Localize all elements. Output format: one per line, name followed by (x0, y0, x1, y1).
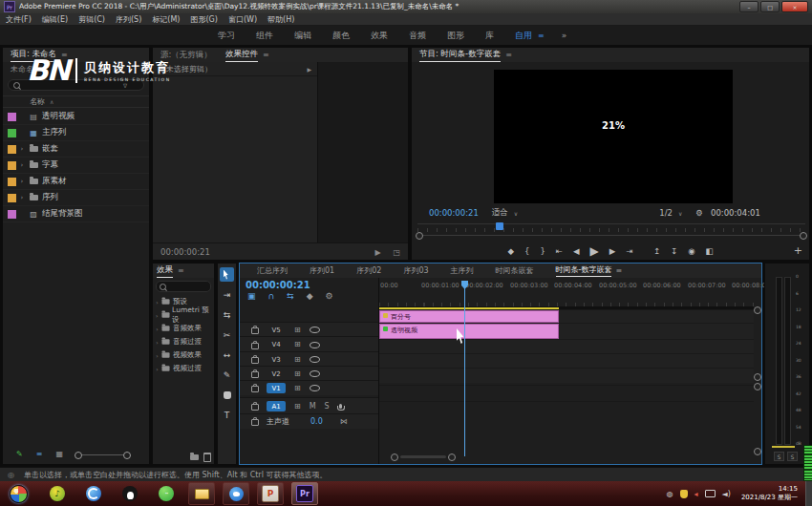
lift-icon[interactable]: ↥ (653, 247, 660, 256)
effects-folder-audio-transitions[interactable]: › 音频过渡 (153, 335, 214, 348)
new-custom-bin-icon[interactable] (190, 454, 199, 460)
effect-controls-panel-menu-icon[interactable]: ≡ (263, 51, 269, 59)
label-color-chip[interactable] (8, 194, 16, 202)
scroll-handle[interactable] (754, 306, 761, 314)
powerpoint-taskbar-button[interactable]: P (257, 482, 284, 505)
lock-icon[interactable] (251, 386, 259, 392)
add-marker-icon[interactable]: ◆ (507, 247, 514, 256)
extract-icon[interactable]: ↧ (671, 247, 677, 256)
workspace-tab-editing[interactable]: 编辑 (294, 30, 311, 42)
play-clip-audio-icon[interactable]: ▶ (374, 249, 380, 257)
source-monitor-tab[interactable]: 源:（无剪辑） (160, 50, 212, 61)
project-panel-menu-icon[interactable]: ≡ (61, 51, 68, 59)
track-badge-v5[interactable]: V5 (267, 325, 286, 335)
project-search-input[interactable] (24, 81, 123, 90)
expand-chevron-icon[interactable]: › (153, 312, 161, 319)
workspace-tab-audio[interactable]: 音频 (409, 30, 426, 42)
project-item-source-bin[interactable]: › 原素材 (3, 174, 149, 190)
track-output-eye-icon[interactable] (310, 356, 320, 363)
thumbnail-zoom-slider[interactable] (76, 454, 129, 455)
timeline-tab-summary[interactable]: 汇总序列 (257, 265, 288, 276)
tray-volume-icon[interactable]: ◄) (722, 490, 731, 498)
expand-chevron-icon[interactable]: › (153, 352, 161, 359)
icon-view-icon[interactable]: ▦ (55, 451, 63, 458)
effects-folder-video-effects[interactable]: › 视频效果 (153, 348, 214, 362)
zoom-handle-right[interactable] (448, 453, 456, 461)
timeline-tab-main[interactable]: 主序列 (451, 265, 474, 276)
clip-percent-sign[interactable]: 百分号 (379, 310, 559, 323)
menu-help[interactable]: 帮助(H) (267, 14, 294, 25)
menu-edit[interactable]: 编辑(E) (42, 14, 68, 25)
lock-icon[interactable] (251, 343, 259, 349)
track-badge-a1-targeted[interactable]: A1 (267, 401, 286, 411)
ripple-edit-tool[interactable]: ⇆ (220, 307, 234, 322)
tray-alert-icon[interactable]: ◂ (694, 490, 698, 498)
timeline-tab-seq02[interactable]: 序列02 (356, 265, 381, 276)
sync-lock-icon[interactable]: ⊞ (294, 341, 301, 348)
menu-file[interactable]: 文件(F) (6, 14, 32, 25)
premiere-taskbar-button[interactable]: Pr (291, 482, 318, 505)
step-back-icon[interactable]: ◀ (573, 247, 580, 256)
scroll-handle[interactable] (754, 383, 761, 390)
selection-tool[interactable] (220, 267, 234, 282)
timeline-horizontal-scrollbar[interactable] (379, 453, 756, 460)
workspace-tab-effects[interactable]: 效果 (371, 30, 388, 42)
timeline-playhead[interactable] (464, 288, 465, 456)
slip-tool[interactable]: ↔ (220, 348, 234, 362)
track-select-tool[interactable]: ⇥ (220, 287, 234, 302)
project-item-end-background[interactable]: ▨ 结尾背景图 (3, 206, 149, 222)
expand-chevron-icon[interactable]: › (153, 326, 161, 332)
button-editor-plus-icon[interactable]: + (794, 244, 802, 257)
add-marker-icon[interactable]: ◆ (307, 292, 313, 301)
lock-icon[interactable] (251, 404, 259, 411)
mark-in-icon[interactable]: { (524, 247, 529, 256)
effects-folder-lumetri[interactable]: › Lumetri 预设 (153, 308, 214, 322)
netdisk-taskbar-button[interactable] (223, 482, 249, 505)
list-view-icon[interactable]: ≡ (36, 451, 43, 458)
program-zoom-scrollbar[interactable] (416, 232, 807, 239)
close-button[interactable]: × (781, 1, 808, 12)
clip-transparent-video[interactable]: 透明视频 (379, 324, 559, 339)
project-item-transparent-video[interactable]: ▤ 透明视频 (3, 109, 149, 125)
lock-icon[interactable] (251, 371, 259, 378)
workspace-tab-custom-active[interactable]: 自用 (515, 30, 532, 42)
menu-markers[interactable]: 标记(M) (152, 14, 180, 25)
label-color-chip[interactable] (8, 210, 16, 219)
lock-icon[interactable] (251, 419, 259, 426)
program-playhead[interactable] (496, 222, 503, 230)
expand-chevron-icon[interactable]: › (153, 339, 161, 346)
workspace-menu-icon[interactable]: ≡ (538, 32, 545, 40)
tray-security-shield-icon[interactable] (680, 490, 688, 498)
settings-wrench-icon[interactable]: ⚙ (695, 209, 703, 218)
zoom-handle-right[interactable] (800, 232, 807, 240)
track-badge-v1-targeted[interactable]: V1 (267, 383, 286, 393)
project-item-sequence-bin[interactable]: › 序列 (3, 190, 149, 206)
track-output-eye-icon[interactable] (310, 342, 320, 348)
sync-lock-icon[interactable]: ⊞ (294, 370, 301, 378)
zoom-level-dropdown[interactable]: 适合 ∨ (492, 207, 518, 219)
project-item-nest-bin[interactable]: › 嵌套 (3, 141, 149, 158)
track-output-eye-icon[interactable] (310, 327, 320, 333)
sync-lock-icon[interactable]: ⊞ (294, 356, 301, 364)
solo-button[interactable]: S (325, 403, 330, 411)
taskbar-clock[interactable]: 14:15 2021/8/23 星期一 (741, 485, 798, 503)
mute-button[interactable]: M (310, 403, 316, 411)
tray-globe-icon[interactable]: ◍ (667, 490, 673, 498)
workspace-tab-graphics[interactable]: 图形 (447, 30, 464, 42)
hand-tool[interactable] (220, 388, 234, 402)
program-time-ruler[interactable] (417, 223, 805, 232)
start-button[interactable] (10, 485, 28, 503)
workspace-tab-libraries[interactable]: 库 (485, 30, 494, 42)
mark-out-icon[interactable]: } (540, 247, 545, 256)
effects-folder-video-transitions[interactable]: › 视频过渡 (153, 362, 214, 375)
pen-tool[interactable]: ✎ (220, 368, 234, 382)
track-badge-v3[interactable]: V3 (267, 354, 286, 365)
workspace-overflow-icon[interactable]: » (562, 31, 567, 40)
browser-icon[interactable] (86, 486, 101, 501)
project-search-box[interactable]: ∇ (8, 79, 144, 91)
project-bin-path[interactable]: 未命名 (11, 64, 33, 74)
comparison-view-icon[interactable]: ◧ (706, 247, 714, 256)
effects-tab[interactable]: 效果 (157, 264, 173, 278)
menu-clip[interactable]: 剪辑(C) (78, 14, 105, 25)
track-badge-v2[interactable]: V2 (267, 369, 286, 379)
